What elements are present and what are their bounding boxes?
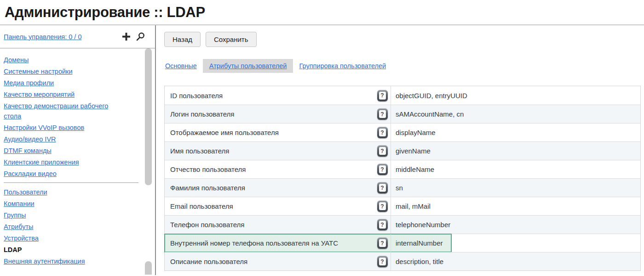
attr-label: Отображаемое имя пользователя <box>165 129 374 136</box>
attributes-table: ID пользователя?objectGUID, entryUUIDЛог… <box>164 86 641 271</box>
tab-bar: ОсновныеАтрибуты пользователейГруппировк… <box>164 59 644 73</box>
help-glyph: ? <box>379 258 386 265</box>
help-glyph: ? <box>379 147 386 155</box>
tab-user-grouping[interactable]: Группировка пользователей <box>298 62 387 70</box>
sidebar-item-users[interactable]: Пользователи <box>4 188 47 196</box>
sidebar-item-screen-share-quality[interactable]: Качество демонстрации рабочего стола <box>4 102 108 120</box>
table-row-user-description: Описание пользователя?description, title <box>165 252 640 270</box>
sidebar-item-system-settings[interactable]: Системные настройки <box>4 68 73 75</box>
table-row-user-email: Email пользователя?mail, mMail <box>165 197 640 215</box>
attr-label: Внутренний номер телефона пользователя н… <box>165 239 374 247</box>
help-glyph: ? <box>379 165 386 173</box>
sidebar-nav: ДоменыСистемные настройкиМедиа профилиКа… <box>0 48 155 275</box>
help-icon[interactable]: ? <box>377 145 388 157</box>
sidebar-item-vvoip-call-settings[interactable]: Настройки VVoIP вызовов <box>4 124 84 131</box>
attr-value: objectGUID, entryUUID <box>391 86 640 105</box>
help-icon[interactable]: ? <box>377 219 388 230</box>
help-glyph: ? <box>379 110 386 118</box>
back-button[interactable]: Назад <box>164 32 201 47</box>
page-header: Администрирование :: LDAP <box>0 0 644 25</box>
attr-label: Логин пользователя <box>165 110 374 118</box>
table-row-user-display-name: Отображаемое имя пользователя?displayNam… <box>165 123 640 141</box>
help-glyph: ? <box>379 184 386 192</box>
sidebar-item-media-profiles[interactable]: Медиа профили <box>4 79 54 87</box>
sidebar-header: Панель управления: 0 / 0 <box>0 25 155 48</box>
help-icon[interactable]: ? <box>377 237 388 249</box>
help-icon[interactable]: ? <box>377 127 388 138</box>
sidebar-group-directory: ПользователиКомпанииГруппыАтрибутыУстрой… <box>4 187 119 266</box>
table-row-user-phone: Телефон пользователя?telephoneNumber <box>165 215 640 234</box>
table-row-user-id: ID пользователя?objectGUID, entryUUID <box>165 86 640 105</box>
help-icon[interactable]: ? <box>377 164 388 175</box>
sidebar-item-client-apps[interactable]: Клиентские приложения <box>4 159 79 166</box>
sidebar-item-groups[interactable]: Группы <box>4 211 26 219</box>
help-icon[interactable]: ? <box>377 182 388 194</box>
add-icon[interactable] <box>122 33 130 41</box>
attr-value: mail, mMail <box>391 197 640 215</box>
sidebar-item-dtmf-commands[interactable]: DTMF команды <box>4 147 52 154</box>
sidebar-item-audio-video-ivr[interactable]: Аудио/видео IVR <box>4 135 56 143</box>
attr-value: sAMAccountName, cn <box>391 105 640 123</box>
page-title: Администрирование :: LDAP <box>5 4 205 21</box>
help-glyph: ? <box>379 92 386 100</box>
sidebar-item-devices[interactable]: Устройства <box>4 235 39 242</box>
help-glyph: ? <box>379 129 386 136</box>
attr-label: ID пользователя <box>165 92 374 100</box>
table-row-user-login: Логин пользователя?sAMAccountName, cn <box>165 105 640 123</box>
search-icon[interactable] <box>136 32 145 41</box>
attr-label: Описание пользователя <box>165 258 374 265</box>
attr-value: givenName <box>391 142 640 160</box>
tab-basic[interactable]: Основные <box>164 62 198 70</box>
table-row-user-internal-number: Внутренний номер телефона пользователя н… <box>165 234 640 252</box>
sidebar-item-event-quality[interactable]: Качество мероприятий <box>4 91 75 98</box>
sidebar-item-domains[interactable]: Домены <box>4 56 29 64</box>
table-row-user-first-name: Имя пользователя?givenName <box>165 141 640 160</box>
scrollbar-thumb-upper[interactable] <box>145 48 152 185</box>
table-row-user-last-name: Фамилия пользователя?sn <box>165 178 640 197</box>
main-panel: Назад Сохранить ОсновныеАтрибуты пользов… <box>156 25 644 275</box>
help-glyph: ? <box>379 239 386 247</box>
sidebar-item-video-layouts[interactable]: Раскладки видео <box>4 170 57 177</box>
attr-label: Телефон пользователя <box>165 221 374 229</box>
help-icon[interactable]: ? <box>377 200 388 212</box>
attr-value: sn <box>391 179 640 197</box>
sidebar-header-icons <box>122 32 145 41</box>
table-row-user-middle-name: Отчество пользователя?middleName <box>165 160 640 178</box>
help-icon[interactable]: ? <box>377 256 388 267</box>
sidebar: Панель управления: 0 / 0 ДоменыСистемные… <box>0 25 156 275</box>
attr-label: Отчество пользователя <box>165 165 374 173</box>
control-panel-link[interactable]: Панель управления: 0 / 0 <box>4 33 81 41</box>
attr-label: Email пользователя <box>165 202 374 210</box>
tab-user-attributes[interactable]: Атрибуты пользователей <box>203 59 293 73</box>
sidebar-divider <box>4 182 138 183</box>
page: Администрирование :: LDAP Панель управле… <box>0 0 644 275</box>
sidebar-group-system: ДоменыСистемные настройкиМедиа профилиКа… <box>4 55 119 179</box>
sidebar-item-external-auth[interactable]: Внешняя аутентификация <box>4 258 85 265</box>
sidebar-item-attributes[interactable]: Атрибуты <box>4 223 33 230</box>
help-icon[interactable]: ? <box>377 108 388 120</box>
attr-value: description, title <box>391 253 640 270</box>
sidebar-item-ldap: LDAP <box>4 246 22 253</box>
help-glyph: ? <box>379 221 386 229</box>
attr-value: middleName <box>391 160 640 178</box>
save-button[interactable]: Сохранить <box>206 32 257 47</box>
attr-value: telephoneNumber <box>391 216 640 234</box>
content: Панель управления: 0 / 0 ДоменыСистемные… <box>0 25 644 275</box>
attr-value: internalNumber <box>391 234 640 252</box>
help-glyph: ? <box>379 202 386 210</box>
scrollbar-thumb-lower[interactable] <box>145 261 152 275</box>
attr-label: Фамилия пользователя <box>165 184 374 192</box>
attr-value: displayName <box>391 123 640 141</box>
help-icon[interactable]: ? <box>377 90 388 101</box>
sidebar-item-companies[interactable]: Компании <box>4 200 34 207</box>
attr-label: Имя пользователя <box>165 147 374 155</box>
toolbar: Назад Сохранить <box>164 32 644 47</box>
